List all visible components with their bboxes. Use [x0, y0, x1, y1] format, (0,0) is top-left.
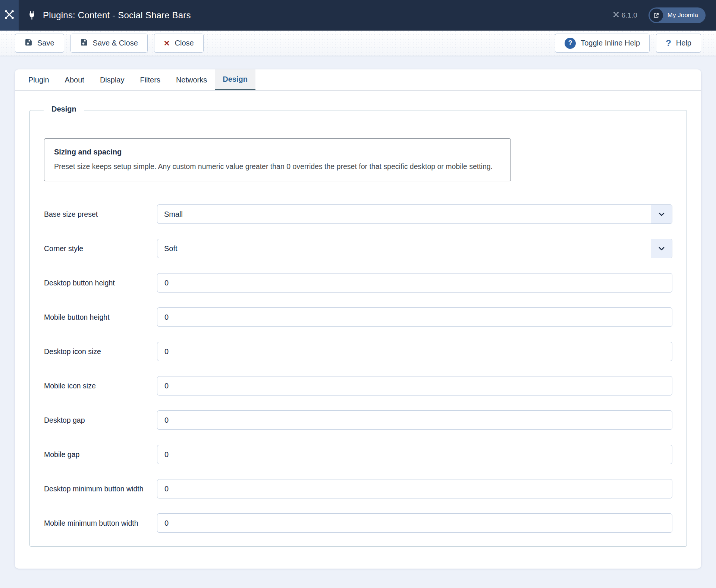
- chevron-down-icon: [651, 205, 672, 223]
- save-label: Save: [37, 39, 54, 47]
- page-title: Plugins: Content - Social Share Bars: [43, 10, 191, 21]
- form-row-corner-style: Corner style Soft: [44, 239, 672, 258]
- tab-row: Plugin About Display Filters Networks De…: [15, 69, 701, 91]
- question-mark-icon: ?: [666, 39, 671, 48]
- joomla-logo-icon: [3, 9, 15, 22]
- field-label: Mobile gap: [44, 450, 157, 459]
- card-body: Design Sizing and spacing Preset size ke…: [15, 91, 701, 569]
- tab-plugin[interactable]: Plugin: [21, 69, 57, 90]
- question-circle-icon: ?: [565, 38, 576, 49]
- tab-about[interactable]: About: [57, 69, 92, 90]
- tab-networks[interactable]: Networks: [168, 69, 215, 90]
- form-row-desktop-gap: Desktop gap: [44, 410, 672, 430]
- close-button[interactable]: ✕ Close: [154, 34, 204, 53]
- form-row-mobile-minimum-button-width: Mobile minimum button width: [44, 513, 672, 533]
- field-label: Desktop button height: [44, 279, 157, 287]
- joomla-logo-tile[interactable]: [0, 0, 19, 31]
- tab-filters[interactable]: Filters: [132, 69, 168, 90]
- fieldset-legend: Design: [44, 105, 84, 113]
- field-label: Mobile icon size: [44, 382, 157, 390]
- version-badge: 6.1.0: [613, 11, 637, 20]
- save-and-close-button[interactable]: Save & Close: [70, 34, 148, 53]
- help-button[interactable]: ? Help: [656, 34, 701, 53]
- mobile-button-height-input[interactable]: [157, 307, 672, 327]
- field-label: Desktop gap: [44, 416, 157, 425]
- form-row-mobile-button-height: Mobile button height: [44, 307, 672, 327]
- design-fieldset: Design Sizing and spacing Preset size ke…: [29, 110, 687, 547]
- select-value: Small: [164, 210, 183, 219]
- form-row-mobile-icon-size: Mobile icon size: [44, 376, 672, 395]
- desktop-gap-input[interactable]: [157, 410, 672, 430]
- select-value: Soft: [164, 244, 178, 253]
- external-link-icon: [650, 9, 663, 22]
- desktop-minimum-button-width-input[interactable]: [157, 479, 672, 498]
- account-label: My Joomla: [668, 12, 698, 19]
- help-label: Help: [676, 39, 691, 47]
- mobile-gap-input[interactable]: [157, 445, 672, 464]
- version-number: 6.1.0: [622, 11, 637, 19]
- form-row-base-size-preset: Base size preset Small: [44, 204, 672, 224]
- my-joomla-button[interactable]: My Joomla: [649, 7, 706, 23]
- app-header: Plugins: Content - Social Share Bars 6.1…: [0, 0, 716, 31]
- x-icon: ✕: [164, 40, 170, 47]
- mobile-minimum-button-width-input[interactable]: [157, 513, 672, 533]
- corner-style-select[interactable]: Soft: [157, 239, 672, 258]
- close-label: Close: [175, 39, 194, 47]
- floppy-disk-icon: [80, 38, 88, 48]
- mobile-icon-size-input[interactable]: [157, 376, 672, 395]
- form-row-mobile-gap: Mobile gap: [44, 445, 672, 464]
- notice-body: Preset size keeps setup simple. Any cust…: [54, 162, 501, 171]
- field-label: Mobile minimum button width: [44, 519, 157, 528]
- form-row-desktop-icon-size: Desktop icon size: [44, 342, 672, 361]
- chevron-down-icon: [651, 239, 672, 258]
- field-label: Corner style: [44, 244, 157, 253]
- toolbar: Save Save & Close ✕ Close ? Toggle Inlin…: [0, 31, 716, 56]
- notice-title: Sizing and spacing: [54, 148, 501, 156]
- save-and-close-label: Save & Close: [93, 39, 138, 47]
- tab-design[interactable]: Design: [215, 69, 255, 90]
- base-size-preset-select[interactable]: Small: [157, 204, 672, 224]
- desktop-button-height-input[interactable]: [157, 273, 672, 293]
- content-card: Plugin About Display Filters Networks De…: [15, 69, 701, 569]
- form-row-desktop-button-height: Desktop button height: [44, 273, 672, 293]
- sizing-notice: Sizing and spacing Preset size keeps set…: [44, 138, 511, 181]
- toggle-inline-help-button[interactable]: ? Toggle Inline Help: [555, 34, 650, 53]
- field-label: Base size preset: [44, 210, 157, 219]
- tab-display[interactable]: Display: [92, 69, 132, 90]
- field-label: Desktop icon size: [44, 347, 157, 356]
- field-label: Desktop minimum button width: [44, 485, 157, 493]
- floppy-disk-icon: [25, 38, 32, 48]
- joomla-mark-icon: [613, 11, 619, 20]
- form-row-desktop-minimum-button-width: Desktop minimum button width: [44, 479, 672, 498]
- field-label: Mobile button height: [44, 313, 157, 322]
- save-button[interactable]: Save: [15, 34, 64, 53]
- desktop-icon-size-input[interactable]: [157, 342, 672, 361]
- plug-icon: [27, 10, 37, 21]
- toggle-inline-help-label: Toggle Inline Help: [581, 39, 640, 47]
